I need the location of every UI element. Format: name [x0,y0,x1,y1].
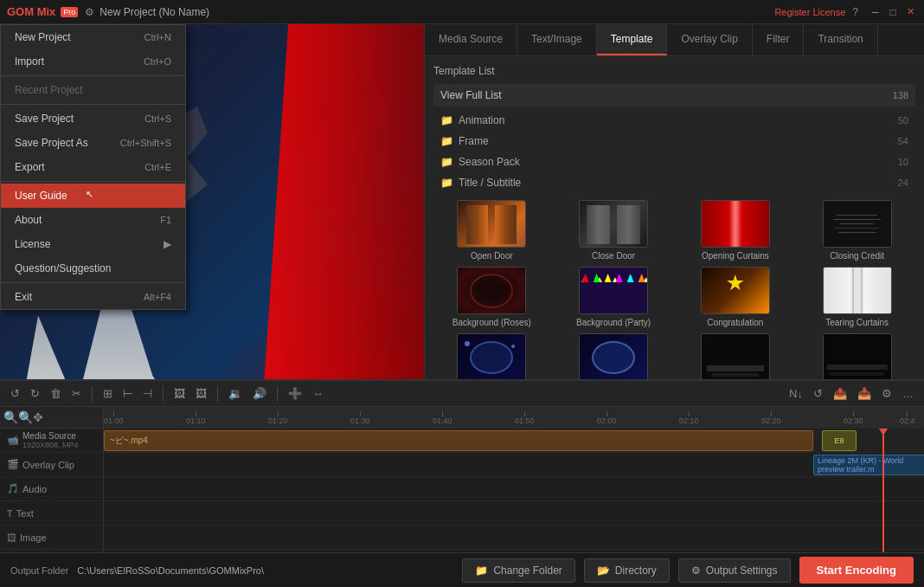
timeline-ruler: 01:00 01:10 01:20 01:30 [104,407,924,429]
ruler-time-210: 02:10 [679,416,699,425]
trim-button[interactable]: ⊣ [139,384,156,403]
overlay-track: Lineage 2M (KR) - World preview trailer.… [104,453,924,477]
tab-filter[interactable]: Filter [753,24,805,55]
add-image-button[interactable]: 🖼 [170,384,189,403]
ruler-mark-130: 01:30 [350,411,370,425]
export-2-button[interactable]: 📥 [854,384,875,403]
template-close-door-label: Close Door [592,251,635,261]
more-button[interactable]: ↔ [309,384,327,403]
template-caption-2-thumb [823,333,892,381]
menu-exit-label: Exit [15,291,32,303]
overlay-clip-label: Overlay Clip [22,460,74,470]
zoom-minus-button[interactable]: 🔍 [3,410,18,424]
tab-template[interactable]: Template [597,24,668,55]
delete-button[interactable]: 🗑 [47,384,65,403]
template-bg-party[interactable]: Background (Party) [555,267,672,328]
import-button[interactable]: 📤 [830,384,850,403]
view-full-list[interactable]: View Full List 138 [433,84,915,106]
overlay-clip[interactable]: Lineage 2M (KR) - World preview trailer.… [813,455,924,475]
menu-save-project[interactable]: Save Project Ctrl+S [1,106,185,131]
e8-clip-label: E8 [834,436,844,445]
timeline-section: ↺ ↻ 🗑 ✂ ⊞ ⊢ ⊣ 🖼 🖼 🔉 🔊 ➕ ↔ N↓ ↺ 📤 📥 ⚙ … 🔍… [0,379,924,552]
ruler-time-200: 02:00 [597,416,617,425]
category-frame[interactable]: 📁 Frame 54 [433,131,915,152]
playhead[interactable] [882,429,884,552]
template-congratulation[interactable]: Congratulation [677,267,794,328]
menu-license-label: License [15,238,50,250]
save-button[interactable]: N↓ [786,384,806,403]
category-title-subtitle[interactable]: 📁 Title / Subtitle 24 [433,172,915,193]
start-encoding-button[interactable]: Start Encoding [799,557,914,584]
grid-button[interactable]: ⊞ [99,384,116,403]
undo-button[interactable]: ↺ [7,384,23,403]
tab-overlay-clip[interactable]: Overlay Clip [667,24,752,55]
menu-user-guide[interactable]: User Guide ↖ [1,184,185,208]
menu-new-project[interactable]: New Project Ctrl+N [1,25,185,49]
category-season-pack[interactable]: 📁 Season Pack 10 [433,152,915,172]
template-open-door[interactable]: Open Door [433,200,550,261]
app-logo: GOM Mix [7,5,55,18]
gear-icon[interactable]: ⚙ [85,6,94,18]
vol-down-button[interactable]: 🔉 [225,384,246,403]
zoom-plus-button[interactable]: 🔍 [18,410,33,424]
main-clip[interactable]: ~ビ~.mp4 [104,430,813,451]
zoom-controls: 🔍 🔍 ✥ [0,407,104,428]
add-media-button[interactable]: ➕ [285,384,305,403]
template-opening-curtains[interactable]: Opening Curtains [677,200,794,261]
category-animation[interactable]: 📁 Animation 50 [433,110,915,131]
tab-text-image[interactable]: Text/Image [517,24,597,55]
text-icon: T [7,508,13,519]
ruler-time-110: 01:10 [186,416,206,425]
tab-media-source[interactable]: Media Source [425,24,517,55]
move-button[interactable]: ✥ [33,410,43,424]
menu-save-project-as[interactable]: Save Project As Ctrl+Shift+S [1,131,185,155]
track-label-text: T Text [0,501,103,526]
menu-save-project-as-shortcut: Ctrl+Shift+S [120,138,171,148]
template-bg-roses[interactable]: Background (Roses) [433,267,550,328]
template-close-door[interactable]: Close Door [555,200,672,261]
more-options-button[interactable]: … [899,384,917,403]
toolbar-divider-2 [163,386,164,402]
tab-transition[interactable]: Transition [804,24,877,55]
export-button[interactable]: ↺ [810,384,826,403]
template-memory-book-2-thumb [579,333,648,381]
close-button[interactable]: ✕ [903,5,917,19]
vol-up-button[interactable]: 🔊 [249,384,270,403]
minimize-button[interactable]: ─ [869,5,882,19]
categories-list: 📁 Animation 50 📁 Frame 54 📁 Season Pack … [433,110,915,193]
redo-button[interactable]: ↻ [27,384,43,403]
output-settings-button[interactable]: ⚙ Output Settings [678,558,791,583]
template-bg-roses-label: Background (Roses) [452,318,531,328]
menu-recent-project-label: Recent Project [15,84,83,96]
help-icon[interactable]: ? [852,6,858,18]
maximize-button[interactable]: □ [886,5,900,19]
menu-exit[interactable]: Exit Alt+F4 [1,285,185,309]
image-label: Image [20,532,47,543]
media-source-label: Media Source [22,431,79,441]
template-congratulation-thumb [701,267,770,314]
template-closing-credit-label: Closing Credit [830,251,884,261]
change-folder-button[interactable]: 📁 Change Folder [462,558,574,583]
tracks-area: ~ビ~.mp4 E8 Lineage 2M (KR) - World previ… [104,429,924,552]
menu-license[interactable]: License ▶ [1,232,185,256]
register-license-link[interactable]: Register License [774,7,845,17]
add-image-2-button[interactable]: 🖼 [192,384,210,403]
menu-separator-3 [1,181,185,182]
tab-bar: Media Source Text/Image Template Overlay… [425,24,924,56]
directory-button[interactable]: 📂 Directory [584,558,670,583]
menu-question-suggestion[interactable]: Question/Suggestion [1,256,185,281]
menu-about[interactable]: About F1 [1,208,185,232]
settings-timeline-button[interactable]: ⚙ [878,384,895,403]
timeline-content: 📹 Media Source 1920X808, MP4 🎬 Overlay C… [0,429,924,552]
menu-about-shortcut: F1 [160,215,171,225]
template-closing-credit[interactable]: Closing Credit [799,200,915,261]
menu-export[interactable]: Export Ctrl+E [1,155,185,179]
menu-import[interactable]: Import Ctrl+O [1,49,185,74]
e8-clip[interactable]: E8 [822,430,857,451]
menu-question-suggestion-label: Question/Suggestion [15,262,111,274]
template-tearing-curtains[interactable]: Tearing Curtains [799,267,915,328]
cut-button[interactable]: ✂ [68,384,85,403]
menu-license-arrow: ▶ [164,238,171,250]
menu-new-project-label: New Project [15,31,71,43]
split-timeline-button[interactable]: ⊢ [119,384,136,403]
